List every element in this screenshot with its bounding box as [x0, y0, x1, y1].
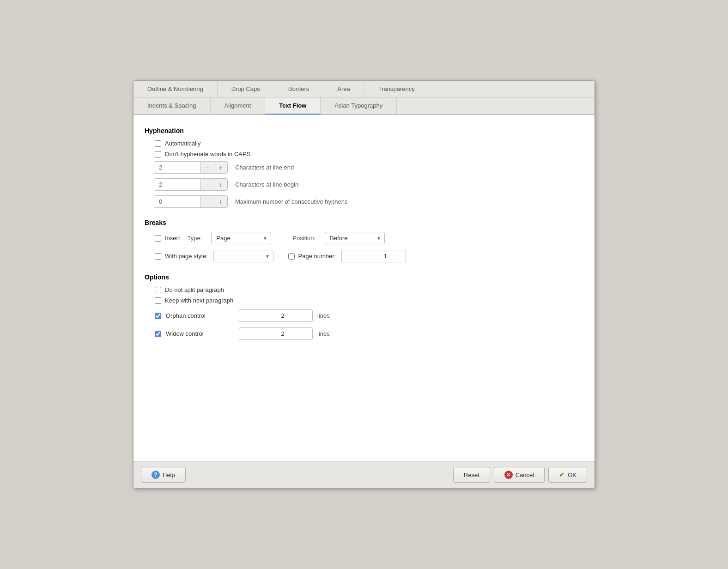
insert-checkbox[interactable] — [155, 235, 161, 242]
page-number-label: Page number: — [298, 253, 336, 260]
page-style-select-wrapper — [213, 250, 273, 262]
orphan-spinner: − + — [239, 309, 313, 322]
options-section: Options Do not split paragraph Keep with… — [145, 273, 583, 340]
orphan-input[interactable] — [239, 310, 313, 321]
line-begin-label: Characters at line begin — [235, 181, 298, 188]
position-label: Position: — [292, 235, 315, 242]
no-split-label: Do not split paragraph — [165, 286, 224, 293]
tab-asian-typography[interactable]: Asian Typography — [321, 97, 397, 114]
automatically-checkbox[interactable] — [155, 140, 161, 147]
line-begin-row: − + Characters at line begin — [154, 178, 583, 191]
orphan-control-row: Orphan control − + lines — [155, 309, 583, 322]
tab-indents-spacing[interactable]: Indents & Spacing — [133, 97, 211, 114]
line-begin-decrement[interactable]: − — [200, 179, 214, 190]
orphan-lines-label: lines — [317, 312, 330, 319]
tab-transparency[interactable]: Transparency — [364, 81, 429, 97]
keep-next-row: Keep with next paragraph — [155, 297, 583, 304]
help-label: Help — [163, 472, 175, 478]
breaks-insert-row: Insert Type: Page Column Position: Befor… — [155, 232, 583, 244]
breaks-style-row: With page style: Page number: − + — [155, 250, 583, 262]
max-hyphens-decrement[interactable]: − — [200, 196, 214, 207]
footer-actions: Reset ✕ Cancel ✔ OK — [453, 467, 587, 483]
position-select[interactable]: Before After — [325, 232, 385, 244]
insert-row: Insert — [155, 235, 180, 242]
keep-next-label: Keep with next paragraph — [165, 297, 233, 304]
max-hyphens-input[interactable] — [154, 196, 200, 207]
main-content: Hyphenation Automatically Don't hyphenat… — [133, 115, 595, 461]
insert-label: Insert — [165, 235, 180, 242]
tab-outline-numbering[interactable]: Outline & Numbering — [133, 81, 218, 97]
page-number-checkbox[interactable] — [288, 253, 295, 260]
no-split-checkbox[interactable] — [155, 287, 161, 293]
bottom-tabs-row: Indents & Spacing Alignment Text Flow As… — [133, 97, 595, 115]
hyphenation-title: Hyphenation — [145, 127, 583, 134]
page-number-input[interactable] — [342, 250, 406, 262]
orphan-label: Orphan control — [166, 312, 231, 319]
no-caps-checkbox[interactable] — [155, 151, 161, 157]
max-hyphens-spinner: − + — [154, 195, 228, 208]
widow-label: Widow control — [166, 330, 231, 337]
automatically-row: Automatically — [155, 140, 583, 147]
tab-drop-caps[interactable]: Drop Caps — [218, 81, 274, 97]
cancel-label: Cancel — [516, 472, 534, 478]
ok-label: OK — [568, 472, 576, 478]
line-end-row: − + Characters at line end — [154, 161, 583, 174]
tab-text-flow[interactable]: Text Flow — [265, 97, 321, 115]
orphan-checkbox[interactable] — [155, 313, 161, 319]
keep-next-checkbox[interactable] — [155, 297, 161, 304]
type-label: Type: — [188, 235, 202, 242]
line-end-increment[interactable]: + — [214, 162, 227, 173]
dialog-footer: ? Help Reset ✕ Cancel ✔ OK — [133, 461, 595, 488]
widow-input[interactable] — [239, 328, 313, 339]
line-end-label: Characters at line end — [235, 164, 294, 171]
ok-button[interactable]: ✔ OK — [548, 467, 587, 483]
hyphenation-section: Hyphenation Automatically Don't hyphenat… — [145, 127, 583, 208]
page-style-row: With page style: — [155, 253, 208, 260]
page-style-select[interactable] — [213, 250, 273, 262]
widow-control-row: Widow control − + lines — [155, 327, 583, 340]
breaks-title: Breaks — [145, 219, 583, 226]
reset-button[interactable]: Reset — [453, 467, 490, 483]
top-tabs-row: Outline & Numbering Drop Caps Borders Ar… — [133, 81, 595, 97]
widow-lines-label: lines — [317, 330, 330, 337]
line-end-spinner: − + — [154, 161, 228, 174]
position-select-wrapper: Before After — [325, 232, 385, 244]
tab-area[interactable]: Area — [323, 81, 364, 97]
max-hyphens-increment[interactable]: + — [214, 196, 227, 207]
help-button[interactable]: ? Help — [141, 467, 186, 483]
line-begin-spinner: − + — [154, 178, 228, 191]
line-end-input[interactable] — [154, 162, 200, 173]
page-number-row: Page number: — [288, 253, 336, 260]
reset-label: Reset — [464, 472, 479, 478]
breaks-section: Breaks Insert Type: Page Column Position… — [145, 219, 583, 262]
max-hyphens-row: − + Maximum number of consecutive hyphen… — [154, 195, 583, 208]
automatically-label: Automatically — [165, 140, 200, 147]
no-split-row: Do not split paragraph — [155, 286, 583, 293]
cancel-icon: ✕ — [504, 471, 513, 479]
page-number-spinner: − + — [341, 250, 406, 262]
options-title: Options — [145, 273, 583, 281]
ok-icon: ✔ — [559, 471, 565, 479]
page-style-label: With page style: — [165, 253, 208, 260]
widow-checkbox[interactable] — [155, 331, 161, 337]
type-select-wrapper: Page Column — [211, 232, 271, 244]
line-begin-input[interactable] — [154, 179, 200, 190]
tab-alignment[interactable]: Alignment — [211, 97, 266, 114]
no-caps-row: Don't hyphenate words in CAPS — [155, 151, 583, 157]
tab-borders[interactable]: Borders — [274, 81, 324, 97]
paragraph-dialog: Outline & Numbering Drop Caps Borders Ar… — [133, 80, 595, 489]
widow-spinner: − + — [239, 327, 313, 340]
help-icon: ? — [152, 471, 160, 479]
max-hyphens-label: Maximum number of consecutive hyphens — [235, 198, 348, 205]
page-style-checkbox[interactable] — [155, 253, 161, 260]
line-begin-increment[interactable]: + — [214, 179, 227, 190]
cancel-button[interactable]: ✕ Cancel — [494, 467, 545, 483]
line-end-decrement[interactable]: − — [200, 162, 214, 173]
no-caps-label: Don't hyphenate words in CAPS — [165, 151, 250, 157]
type-select[interactable]: Page Column — [211, 232, 271, 244]
